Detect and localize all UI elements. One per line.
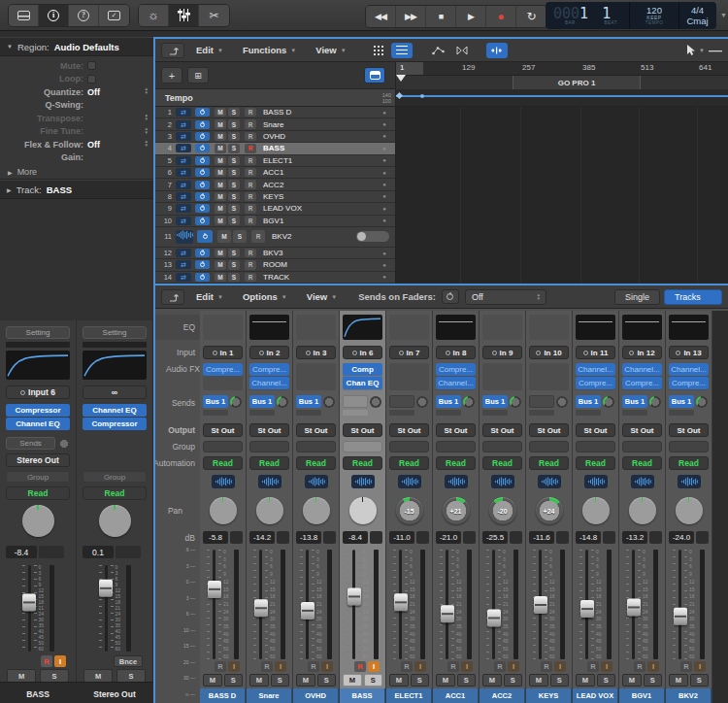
- channel-fader[interactable]: 03691215182124303540455060: [343, 548, 382, 661]
- mixer-channel-bass-d[interactable]: In 1 Compre... Bus 1 St Out Read -5.8 03…: [200, 311, 247, 703]
- audio-fx-slots[interactable]: Channel...Compre...: [576, 363, 615, 390]
- mixer-view-tracks-button[interactable]: Tracks: [664, 289, 722, 305]
- eq-thumbnail[interactable]: [576, 315, 615, 340]
- play-button[interactable]: ▶: [456, 6, 486, 27]
- audio-fx-slots[interactable]: [529, 363, 569, 390]
- region-param-loop-[interactable]: Loop:: [0, 73, 153, 86]
- volume-value[interactable]: -8.4: [343, 531, 382, 544]
- record-enable-button[interactable]: R: [354, 661, 366, 672]
- record-dot-icon[interactable]: ●: [378, 133, 391, 139]
- output-slot[interactable]: St Out: [203, 423, 243, 437]
- track-on-off-button[interactable]: [195, 273, 210, 282]
- track-row-track[interactable]: 14 ⇄ M S R TRACK ●: [155, 272, 395, 284]
- output-slot[interactable]: St Out: [622, 423, 662, 437]
- catch-playhead-button[interactable]: [486, 43, 508, 58]
- track-automation-button[interactable]: [351, 475, 375, 488]
- audio-fx-slots[interactable]: Compre...: [203, 363, 243, 390]
- solo-button[interactable]: S: [228, 168, 240, 178]
- fader-cap[interactable]: [208, 581, 221, 598]
- tempo-curve[interactable]: [396, 95, 728, 97]
- solo-button[interactable]: S: [228, 273, 240, 283]
- fader-cap[interactable]: [441, 605, 454, 622]
- track-name[interactable]: BASS: [263, 144, 378, 152]
- disclosure-triangle-icon[interactable]: ▶: [7, 186, 12, 193]
- pan-knob[interactable]: -20: [489, 497, 516, 524]
- send-bus-button[interactable]: Bus 1: [669, 395, 694, 408]
- sends-on-faders-power-button[interactable]: [442, 289, 459, 304]
- solo-button[interactable]: S: [228, 204, 240, 214]
- eq-thumbnail[interactable]: [482, 315, 522, 340]
- track-automation-button[interactable]: [445, 475, 468, 488]
- channel-name[interactable]: ACC1: [433, 688, 479, 703]
- eq-thumbnail[interactable]: [249, 315, 289, 340]
- tempo-automation-lane[interactable]: [396, 89, 728, 106]
- mute-button[interactable]: M: [622, 674, 642, 686]
- output-slot[interactable]: St Out: [389, 423, 429, 437]
- track-row-bgv1[interactable]: 10 ⇄ M S R BGV1 ●: [155, 216, 395, 227]
- output-slot[interactable]: St Out: [343, 423, 382, 437]
- send-knob[interactable]: [510, 396, 521, 408]
- track-on-off-button[interactable]: [195, 108, 210, 117]
- channel-fader[interactable]: 03691215182124303540455060: [482, 548, 522, 661]
- list-view-button[interactable]: [391, 43, 413, 58]
- record-enable-button[interactable]: R: [245, 192, 256, 202]
- volume-value[interactable]: -25.5: [482, 531, 522, 544]
- mute-button[interactable]: M: [217, 230, 231, 243]
- output-slot[interactable]: St Out: [436, 423, 476, 437]
- tempo-track-header[interactable]: Tempo 140 100: [155, 89, 396, 106]
- solo-button[interactable]: S: [271, 674, 290, 686]
- track-on-off-button[interactable]: [197, 230, 213, 243]
- volume-value[interactable]: -14.8: [576, 531, 615, 544]
- output-slot[interactable]: St Out: [669, 423, 709, 437]
- stepper-icon[interactable]: ▲▼: [145, 140, 149, 148]
- eq-thumbnail[interactable]: [622, 315, 662, 340]
- volume-value[interactable]: -24.0: [669, 531, 709, 544]
- channel-name[interactable]: Snare: [247, 688, 292, 703]
- empty-send-slot[interactable]: [576, 410, 601, 416]
- sends-slot[interactable]: Bus 1: [249, 395, 289, 418]
- flex-button[interactable]: [451, 43, 473, 58]
- record-enable-button[interactable]: R: [680, 661, 692, 672]
- sends-slot[interactable]: [529, 395, 569, 418]
- mute-button[interactable]: M: [529, 674, 548, 686]
- group-slot[interactable]: [343, 441, 382, 452]
- send-knob[interactable]: [277, 396, 288, 408]
- record-dot-icon[interactable]: ●: [378, 262, 391, 268]
- stepper-icon[interactable]: ▲▼: [145, 127, 149, 135]
- input-monitor-button[interactable]: I: [368, 661, 380, 672]
- automation-mode-button[interactable]: Read: [436, 456, 476, 470]
- region-inspector-header[interactable]: ▼ Region: Audio Defaults: [0, 37, 153, 56]
- pan-knob[interactable]: +24: [536, 497, 563, 524]
- eq-thumbnail[interactable]: [296, 315, 336, 340]
- input-monitor-button[interactable]: I: [228, 661, 240, 672]
- pane-divider[interactable]: [153, 37, 155, 703]
- input-slot[interactable]: ∞: [83, 385, 147, 399]
- group-slot[interactable]: [436, 441, 476, 452]
- ruler-first-cell[interactable]: 1: [396, 62, 423, 75]
- stepper-icon[interactable]: ▲▼: [145, 87, 149, 95]
- fader-rail[interactable]: [579, 548, 594, 661]
- input-monitor-button[interactable]: I: [694, 661, 706, 672]
- fader-rail[interactable]: [440, 548, 454, 661]
- mixer-channel-snare[interactable]: In 2 Compre...Channel... Bus 1 St Out Re…: [247, 311, 293, 703]
- mute-button[interactable]: M: [83, 669, 113, 683]
- record-enable-button[interactable]: R: [245, 249, 256, 258]
- track-display-button[interactable]: [364, 67, 385, 84]
- send-bus-button[interactable]: Bus 1: [622, 395, 647, 408]
- mixer-icon[interactable]: [169, 5, 199, 26]
- send-bus-button[interactable]: Bus 1: [296, 395, 321, 408]
- media-browser-icon[interactable]: [9, 5, 39, 26]
- track-on-off-button[interactable]: [195, 168, 210, 177]
- mute-button[interactable]: M: [215, 132, 226, 142]
- channel-fader[interactable]: 03691215182124303540455060: [296, 548, 336, 661]
- channel-name[interactable]: BKV2: [666, 688, 711, 703]
- record-enable-button[interactable]: R: [245, 132, 256, 142]
- bounce-button[interactable]: Bnce: [114, 655, 143, 667]
- solo-button[interactable]: S: [457, 674, 477, 686]
- audio-fx-slots[interactable]: Compre...Channel...: [249, 363, 289, 390]
- marker-lane[interactable]: GO PRO 1: [396, 76, 728, 89]
- quick-help-icon[interactable]: ?: [69, 5, 99, 26]
- volume-value[interactable]: -8.4: [6, 546, 37, 558]
- fader-rail[interactable]: [486, 548, 501, 661]
- track-automation-button[interactable]: [491, 475, 514, 488]
